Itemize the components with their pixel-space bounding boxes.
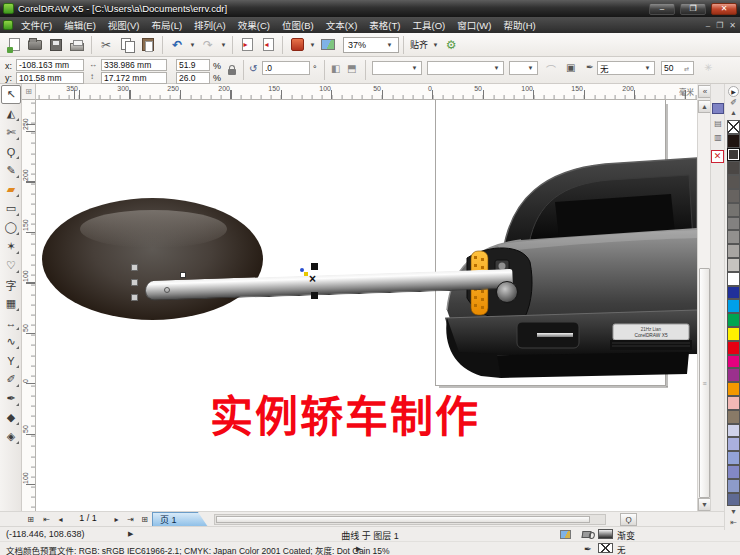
palette-swatch[interactable] <box>727 465 740 479</box>
mirror-horizontal-icon[interactable]: ◧ <box>331 63 340 74</box>
scale-y-field[interactable]: 26.0 <box>176 72 210 84</box>
style-combobox-2[interactable]: ▼ <box>427 61 504 75</box>
scale-x-field[interactable]: 51.9 <box>176 59 210 71</box>
polygon-tool[interactable]: ✶ <box>1 237 21 256</box>
outline-width-combobox[interactable]: 无▼ <box>597 61 655 75</box>
palette-swatch[interactable] <box>727 327 740 341</box>
vertical-ruler[interactable]: 25020015010050050100 <box>22 100 36 511</box>
zoom-tool[interactable]: Ϙ <box>1 142 21 161</box>
menu-item-5[interactable]: 排列(A) <box>188 17 232 33</box>
palette-scroll-up-button[interactable]: ▲ <box>727 108 740 118</box>
close-button[interactable]: ✕ <box>711 3 737 15</box>
palette-swatch[interactable] <box>727 286 740 300</box>
palette-swatch[interactable] <box>727 134 740 148</box>
menu-item-6[interactable]: 效果(C) <box>232 17 276 33</box>
shape-edit-tool[interactable]: ◭ <box>1 104 21 123</box>
selection-handle-left-top[interactable] <box>131 264 138 271</box>
snap-to-button[interactable]: 贴齐 <box>408 38 430 51</box>
undo-button[interactable]: ↶ <box>167 35 187 55</box>
palette-swatch[interactable] <box>727 175 740 189</box>
cut-button[interactable]: ✂ <box>96 35 116 55</box>
add-page-button[interactable]: ⊞ <box>24 513 37 526</box>
palette-swatch[interactable] <box>727 396 740 410</box>
palette-swatch[interactable] <box>727 410 740 424</box>
horizontal-scrollbar[interactable]: ▶ <box>214 514 606 525</box>
text-wrap-icon[interactable]: ▣ <box>566 62 575 73</box>
style-combobox-1[interactable]: ▼ <box>372 61 422 75</box>
palette-swatch[interactable] <box>727 493 740 507</box>
next-page-button[interactable]: ▸ <box>110 513 123 526</box>
text-tool[interactable]: 字 <box>1 275 21 294</box>
basic-shapes-tool[interactable]: ♡ <box>1 256 21 275</box>
palette-swatch[interactable] <box>727 355 740 369</box>
redo-button[interactable]: ↷ <box>198 35 218 55</box>
save-button[interactable] <box>46 35 66 55</box>
first-page-button[interactable]: ⇤ <box>40 513 53 526</box>
y-position-field[interactable]: 101.58 mm <box>16 72 84 84</box>
doc-restore-button[interactable]: ❐ <box>716 21 723 30</box>
pick-tool[interactable]: ↖ <box>1 85 21 104</box>
outline-pen-tool[interactable]: ✒ <box>1 389 21 408</box>
car-illustration[interactable]: 21Hz Lian CorelDRAW X5 <box>437 140 697 382</box>
docker-fill-swatch[interactable] <box>712 103 724 114</box>
crop-tool[interactable]: ✄ <box>1 123 21 142</box>
vertical-scroll-thumb[interactable]: ≡ <box>699 268 710 498</box>
palette-swatch[interactable] <box>727 479 740 493</box>
menu-item-9[interactable]: 表格(T) <box>363 17 406 33</box>
redo-dropdown-arrow[interactable]: ▼ <box>219 42 228 48</box>
style-combobox-3[interactable]: ▼ <box>509 61 538 75</box>
palette-swatch[interactable] <box>727 161 740 175</box>
palette-swatch[interactable] <box>727 189 740 203</box>
new-document-button[interactable] <box>4 35 24 55</box>
palette-swatch[interactable] <box>727 424 740 438</box>
blend-tool[interactable]: Y <box>1 351 21 370</box>
edit-node-circle[interactable] <box>164 287 170 293</box>
horizontal-scroll-thumb[interactable] <box>216 516 590 523</box>
x-position-field[interactable]: -108.163 mm <box>16 59 84 71</box>
menu-item-4[interactable]: 布局(L) <box>145 17 188 33</box>
docker-copy-icon[interactable]: ▤ <box>712 118 724 129</box>
selection-handle-left-bottom[interactable] <box>131 294 138 301</box>
palette-swatch[interactable] <box>727 148 740 162</box>
copy-button[interactable] <box>117 35 137 55</box>
docker-options-icon[interactable]: ▥ <box>712 132 724 143</box>
palette-swatch[interactable] <box>727 272 740 286</box>
vertical-scrollbar[interactable]: ▲ ≡ ▼ <box>697 100 710 511</box>
palette-swatch-none[interactable] <box>727 120 740 134</box>
doc-minimize-button[interactable]: – <box>706 21 710 30</box>
coords-flyout-arrow[interactable]: ▶ <box>128 530 133 538</box>
menu-item-8[interactable]: 文本(X) <box>320 17 364 33</box>
launcher-dropdown-arrow[interactable]: ▼ <box>308 42 317 48</box>
profile-flyout-arrow[interactable]: ▶ <box>356 545 361 553</box>
selection-handle-right-top[interactable] <box>311 263 318 270</box>
outline-color-chip[interactable] <box>598 543 613 553</box>
menu-item-1[interactable]: 文件(F) <box>15 17 58 33</box>
palette-scroll-down-button[interactable]: ▼ <box>727 507 740 517</box>
open-button[interactable] <box>25 35 45 55</box>
dimension-tool[interactable]: ↔ <box>1 313 21 332</box>
snap-dropdown-arrow[interactable]: ▼ <box>431 42 440 48</box>
menu-item-3[interactable]: 视图(V) <box>102 17 146 33</box>
fill-tool[interactable]: ◆ <box>1 408 21 427</box>
palette-swatch[interactable] <box>727 203 740 217</box>
print-button[interactable] <box>67 35 87 55</box>
menu-item-12[interactable]: 帮助(H) <box>497 17 541 33</box>
maximize-button[interactable]: ❐ <box>680 3 706 15</box>
window-titlebar[interactable]: CorelDRAW X5 - [C:\Users\a\Documents\err… <box>0 0 740 17</box>
connector-tool[interactable]: ∿ <box>1 332 21 351</box>
previous-page-button[interactable]: ◂ <box>54 513 67 526</box>
ellipse-tool[interactable]: ◯ <box>1 218 21 237</box>
options-button[interactable]: ⚙ <box>441 35 461 55</box>
drawing-canvas[interactable]: 21Hz Lian CorelDRAW X5 × 实例轿车制作 <box>36 100 697 511</box>
application-launcher-button[interactable] <box>287 35 307 55</box>
palette-swatch[interactable] <box>727 437 740 451</box>
minimize-button[interactable]: – <box>649 3 675 15</box>
edit-node-square[interactable] <box>180 272 186 278</box>
palette-flyout-button[interactable]: ▶ <box>728 86 739 97</box>
freehand-tool[interactable]: ✎ <box>1 161 21 180</box>
interactive-fill-tool[interactable]: ◈ <box>1 427 21 446</box>
export-button[interactable]: ◂ <box>258 35 278 55</box>
rotation-angle-field[interactable]: .0 <box>262 61 310 75</box>
palette-eyedropper-icon[interactable]: ✐ <box>727 98 740 108</box>
lock-ratio-icon[interactable] <box>228 69 236 75</box>
